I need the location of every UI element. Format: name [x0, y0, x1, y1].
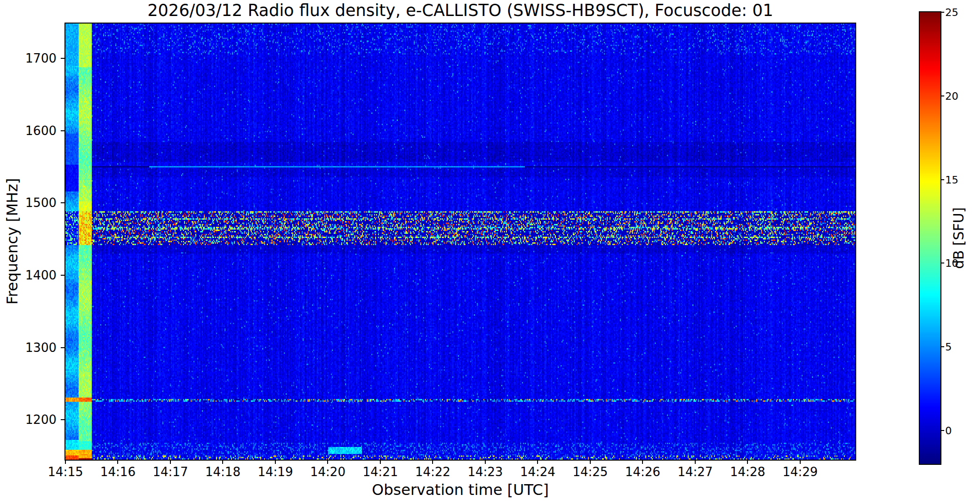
x-tick-mark: [747, 460, 748, 464]
x-tick-mark: [275, 460, 276, 464]
y-axis-label: Frequency [MHz]: [3, 178, 21, 305]
spectrogram-figure: 2026/03/12 Radio flux density, e-CALLIST…: [0, 0, 980, 502]
colorbar-tick-mark: [940, 96, 944, 96]
x-tick-label: 14:27: [677, 465, 713, 479]
colorbar-tick-mark: [940, 430, 944, 431]
x-tick-label: 14:29: [782, 465, 818, 479]
colorbar-tick-mark: [940, 12, 944, 13]
colorbar-label: dB [SFU]: [950, 207, 967, 269]
x-tick-mark: [695, 460, 696, 464]
colorbar-tick-mark: [940, 346, 944, 347]
x-tick-mark: [380, 460, 381, 464]
x-tick-label: 14:24: [520, 465, 555, 479]
colorbar-tick-label: 5: [945, 341, 952, 353]
x-tick-label: 14:22: [415, 465, 450, 479]
colorbar: [919, 11, 941, 465]
y-tick-label: 1200: [19, 413, 56, 427]
x-tick-mark: [170, 460, 171, 464]
y-tick-label: 1600: [19, 124, 56, 138]
y-tick-mark: [61, 58, 65, 59]
x-tick-mark: [642, 460, 643, 464]
x-tick-mark: [590, 460, 591, 464]
y-tick-mark: [61, 130, 65, 131]
x-tick-label: 14:15: [48, 465, 83, 479]
y-tick-mark: [61, 275, 65, 276]
y-tick-label: 1300: [19, 341, 56, 355]
y-tick-label: 1700: [19, 51, 56, 65]
x-tick-mark: [117, 460, 118, 464]
colorbar-tick-mark: [940, 179, 944, 180]
x-tick-label: 14:19: [258, 465, 293, 479]
x-tick-mark: [65, 460, 66, 464]
x-tick-mark: [800, 460, 801, 464]
x-tick-label: 14:25: [572, 465, 608, 479]
y-tick-label: 1400: [19, 268, 56, 282]
colorbar-tick-label: 15: [945, 174, 958, 185]
colorbar-tick-label: 0: [945, 424, 952, 436]
y-tick-mark: [61, 202, 65, 203]
x-tick-label: 14:16: [100, 465, 136, 479]
x-tick-label: 14:23: [467, 465, 503, 479]
x-tick-mark: [485, 460, 486, 464]
x-tick-mark: [432, 460, 433, 464]
colorbar-canvas: [920, 12, 940, 464]
chart-title: 2026/03/12 Radio flux density, e-CALLIST…: [65, 1, 855, 20]
x-tick-label: 14:26: [625, 465, 660, 479]
x-tick-label: 14:21: [363, 465, 398, 479]
spectrogram-canvas: [65, 24, 855, 460]
colorbar-tick-label: 20: [945, 90, 958, 102]
y-tick-mark: [61, 347, 65, 348]
plot-area: [64, 23, 856, 461]
x-tick-label: 14:18: [205, 465, 241, 479]
x-tick-mark: [222, 460, 223, 464]
x-tick-label: 14:28: [730, 465, 765, 479]
y-tick-label: 1500: [19, 196, 56, 210]
x-tick-label: 14:17: [153, 465, 188, 479]
y-tick-mark: [61, 419, 65, 420]
colorbar-tick-mark: [940, 263, 944, 263]
x-tick-mark: [327, 460, 328, 464]
x-axis-label: Observation time [UTC]: [65, 481, 855, 499]
x-tick-label: 14:20: [310, 465, 345, 479]
x-tick-mark: [537, 460, 538, 464]
colorbar-tick-label: 25: [945, 7, 958, 18]
